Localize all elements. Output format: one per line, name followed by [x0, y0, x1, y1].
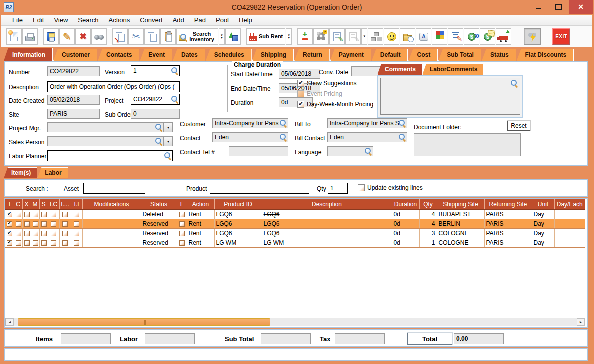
grid-column-header[interactable]: Modifications — [82, 199, 141, 209]
tab-payment[interactable]: Payment — [330, 49, 372, 61]
product-shapes-button[interactable] — [226, 28, 241, 45]
menu-edit[interactable]: Edit — [28, 15, 49, 25]
availability-query-button[interactable] — [314, 28, 329, 45]
delete-button[interactable] — [76, 28, 91, 45]
sales-person-search-icon[interactable] — [156, 138, 162, 145]
truck-return-button[interactable] — [496, 28, 512, 45]
reset-button[interactable]: Reset — [508, 121, 530, 131]
project-mgr-dropdown[interactable]: ▼ — [164, 122, 173, 132]
scroll-left-arrow[interactable]: ◄ — [6, 318, 14, 326]
project-mgr-search-icon[interactable] — [156, 124, 162, 131]
bill-contact-search-icon[interactable] — [399, 134, 406, 141]
menu-help[interactable]: Help — [234, 15, 258, 25]
grid-column-header[interactable]: I.C — [48, 199, 60, 209]
version-search-icon[interactable] — [172, 67, 178, 74]
grid-l-checkbox[interactable] — [180, 221, 185, 227]
asset-search-input[interactable] — [84, 183, 146, 194]
grid-flag-checkbox[interactable] — [62, 231, 68, 236]
grid-column-header[interactable]: M — [31, 199, 40, 209]
minimize-button[interactable] — [529, 0, 549, 14]
horizontal-scrollbar[interactable]: ◄ ► — [6, 318, 586, 326]
grid-flag-checkbox[interactable] — [7, 240, 12, 246]
grid-flag-checkbox[interactable] — [74, 231, 80, 236]
scrollbar-thumb[interactable] — [18, 318, 270, 326]
tab-cost[interactable]: Cost — [408, 49, 438, 61]
grid-flag-checkbox[interactable] — [62, 240, 68, 246]
grid-flag-checkbox[interactable] — [74, 221, 80, 227]
grid-flag-checkbox[interactable] — [33, 240, 38, 246]
bill-to-field[interactable]: Intra-Company for Paris Sh — [328, 118, 408, 128]
grid-row[interactable]: ReservedRentLG WMLG WM0d1COLOGNEPARISDay — [6, 238, 586, 247]
grid-flag-checkbox[interactable] — [24, 212, 30, 217]
comments-textarea[interactable] — [380, 78, 520, 115]
grid-row[interactable]: ReservedRentLGQ6LGQ60d4BERLINPARISDay — [6, 219, 586, 228]
save-button[interactable] — [44, 28, 59, 45]
tab-customer[interactable]: Customer — [54, 49, 98, 61]
grid-flag-checkbox[interactable] — [51, 231, 56, 236]
project-mgr-field[interactable] — [48, 122, 164, 132]
edit-document-button[interactable] — [448, 28, 464, 45]
customer-smiley-button[interactable] — [384, 28, 400, 45]
grid-flag-checkbox[interactable] — [24, 231, 30, 236]
notes-button[interactable] — [330, 28, 345, 45]
copy-button[interactable] — [144, 28, 160, 45]
edit-button[interactable] — [60, 28, 75, 45]
grid-column-header[interactable]: L — [177, 199, 187, 209]
contact-search-icon[interactable] — [280, 134, 287, 141]
grid-flag-checkbox[interactable] — [33, 212, 38, 217]
grid-l-checkbox[interactable] — [180, 240, 185, 246]
grid-column-header[interactable]: T — [6, 199, 14, 209]
contact-field[interactable]: Eden — [212, 132, 288, 142]
start-date-field[interactable]: 05/06/2018 — [279, 69, 320, 79]
grid-column-header[interactable]: I.I — [71, 199, 82, 209]
tab-flat-discounts[interactable]: Flat Discounts — [517, 49, 574, 61]
language-field[interactable] — [328, 146, 374, 156]
grid-flag-checkbox[interactable] — [42, 221, 47, 227]
grid-flag-checkbox[interactable] — [16, 221, 22, 227]
grid-l-checkbox[interactable] — [180, 231, 185, 236]
menu-convert[interactable]: Convert — [135, 15, 168, 25]
menu-file[interactable]: File — [8, 15, 28, 25]
grid-flag-checkbox[interactable] — [33, 221, 38, 227]
dwm-pricing-checkbox[interactable] — [298, 101, 304, 108]
convert-order-button[interactable] — [112, 28, 128, 45]
grid-flag-checkbox[interactable] — [7, 212, 12, 217]
grid-column-header[interactable]: Duration — [392, 199, 420, 209]
menu-pad[interactable]: Pad — [190, 15, 211, 25]
bill-to-search-icon[interactable] — [399, 120, 406, 127]
money-transfer-button[interactable] — [464, 28, 480, 45]
tab-labor[interactable]: Labor — [38, 167, 68, 178]
sales-person-field[interactable] — [48, 136, 164, 146]
tab-dates[interactable]: Dates — [173, 49, 206, 61]
grid-column-header[interactable]: Unit — [532, 199, 554, 209]
grid-column-header[interactable]: Product ID — [214, 199, 262, 209]
product-search-input[interactable] — [210, 183, 310, 194]
contact-tel-field[interactable] — [229, 146, 288, 156]
language-search-icon[interactable] — [365, 148, 372, 155]
search-inventory-dropdown[interactable]: ▼▼ — [219, 28, 225, 45]
print-button[interactable] — [22, 28, 38, 45]
grid-column-header[interactable]: Shipping Site — [437, 199, 484, 209]
money-notes-button[interactable] — [480, 28, 496, 45]
grid-flag-checkbox[interactable] — [24, 240, 30, 246]
project-field[interactable]: CO429822 — [131, 94, 180, 105]
grid-column-header[interactable]: Description — [262, 199, 392, 209]
grid-row[interactable]: ReservedRentLGQ6LGQ60d3COLOGNEPARISDay — [6, 228, 586, 238]
grid-flag-checkbox[interactable] — [42, 212, 47, 217]
search-inventory-button[interactable]: Search Inventory — [176, 28, 218, 45]
grid-column-header[interactable]: X — [22, 199, 31, 209]
grid-flag-checkbox[interactable] — [74, 212, 80, 217]
grid-flag-checkbox[interactable] — [42, 240, 47, 246]
tab-status[interactable]: Status — [482, 49, 516, 61]
inventory-cubes-button[interactable] — [432, 28, 448, 45]
grid-flag-checkbox[interactable] — [62, 212, 68, 217]
grid-column-header[interactable]: Status — [141, 199, 177, 209]
tab-event[interactable]: Event — [140, 49, 172, 61]
org-chart-button[interactable] — [368, 28, 384, 45]
grid-column-header[interactable]: C — [14, 199, 22, 209]
grid-flag-checkbox[interactable] — [24, 221, 30, 227]
grid-l-checkbox[interactable] — [180, 212, 185, 217]
grid-flag-checkbox[interactable] — [7, 231, 12, 236]
tab-shipping[interactable]: Shipping — [252, 49, 294, 61]
new-document-button[interactable] — [6, 28, 22, 45]
